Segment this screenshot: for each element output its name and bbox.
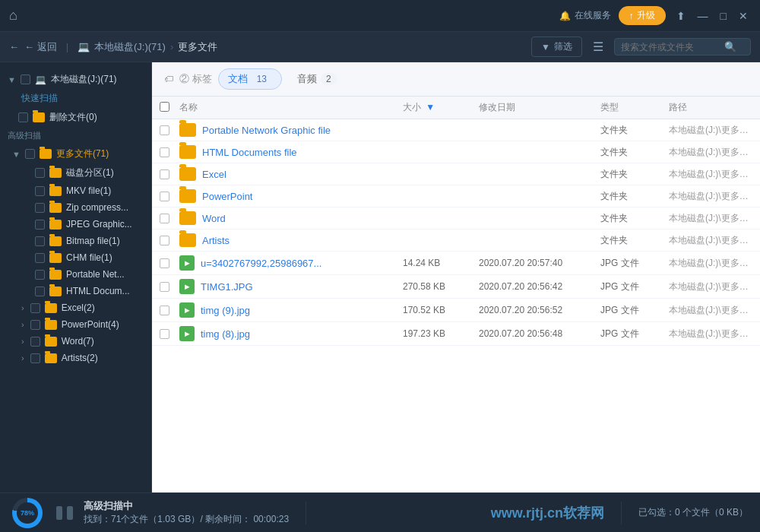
file-checkbox-9[interactable] [160, 329, 169, 339]
pause-btn-2[interactable] [67, 506, 73, 520]
upgrade-button[interactable]: 升级 [619, 6, 666, 25]
file-name-text-6: u=3402767992,25986967... [201, 258, 321, 269]
file-checkbox-5[interactable] [160, 236, 169, 245]
quick-scan-label[interactable]: 快速扫描 [0, 89, 151, 108]
col-size-header[interactable]: 大小 ▼ [403, 101, 479, 114]
home-icon[interactable]: ⌂ [9, 8, 17, 24]
minimize-button[interactable]: — [698, 10, 708, 22]
sidebar-item-8[interactable]: ›Excel(2) [0, 299, 151, 316]
deleted-checkbox[interactable] [18, 112, 28, 122]
more-files-checkbox[interactable] [25, 149, 35, 159]
file-name-8[interactable]: ▶timg (9).jpg [179, 302, 403, 318]
table-row: ▶u=3402767992,25986967...14.24 KB2020.07… [152, 252, 760, 275]
drive-checkbox[interactable] [21, 74, 30, 84]
back-button[interactable]: ← ← 返回 [9, 40, 57, 54]
item-folder-icon-1 [49, 186, 62, 196]
maximize-button[interactable]: □ [720, 10, 727, 22]
view-toggle-button[interactable]: ☰ [590, 36, 606, 57]
file-checkbox-8[interactable] [160, 306, 169, 315]
watermark: www.rjtj.cn软荐网 [491, 504, 604, 522]
file-checkbox-0[interactable] [160, 125, 169, 135]
file-type-6: JPG 文件 [600, 257, 669, 270]
audio-count-badge: 2 [321, 73, 337, 85]
pause-btn-1[interactable] [56, 506, 62, 520]
sidebar-item-9[interactable]: ›PowerPoint(4) [0, 316, 151, 333]
item-checkbox-2[interactable] [35, 203, 45, 213]
file-name-2[interactable]: Excel [179, 167, 403, 181]
sidebar-item-drive[interactable]: ▼ 💻 本地磁盘(J:)(71) [0, 70, 151, 89]
file-checkbox-3[interactable] [160, 192, 169, 201]
item-checkbox-5[interactable] [35, 253, 45, 263]
file-name-5[interactable]: Artists [179, 233, 403, 247]
item-checkbox-10[interactable] [30, 337, 40, 347]
file-folder-icon-2 [179, 167, 196, 181]
close-button[interactable]: ✕ [739, 10, 748, 22]
share-icon[interactable]: ⬆ [676, 10, 686, 22]
item-label-11: Artists(2) [62, 353, 98, 363]
sidebar-item-10[interactable]: ›Word(7) [0, 333, 151, 350]
col-date-header[interactable]: 修改日期 [479, 101, 600, 114]
file-name-7[interactable]: ▶TIMG1.JPG [179, 279, 403, 294]
item-folder-icon-3 [49, 220, 62, 230]
file-path-4: 本地磁盘(J:)\更多文... [669, 212, 752, 225]
sidebar-item-more-files[interactable]: ▼ 更多文件(71) [0, 144, 151, 163]
drive-icon: 💻 [78, 41, 90, 52]
item-label-8: Excel(2) [62, 302, 95, 313]
file-checkbox-4[interactable] [160, 214, 169, 223]
item-folder-icon-10 [45, 337, 57, 347]
col-path-header[interactable]: 路径 [669, 101, 752, 114]
file-name-text-8: timg (9).jpg [201, 305, 250, 316]
sidebar-item-4[interactable]: Bitmap file(1) [0, 233, 151, 249]
sidebar-item-11[interactable]: ›Artists(2) [0, 350, 151, 366]
item-checkbox-11[interactable] [30, 353, 40, 363]
search-icon[interactable]: 🔍 [724, 41, 736, 52]
deleted-folder-icon [33, 112, 45, 122]
sidebar-item-3[interactable]: JPEG Graphic... [0, 216, 151, 233]
sidebar-item-1[interactable]: MKV file(1) [0, 182, 151, 199]
more-files-folder-icon [40, 149, 52, 159]
status-divider [306, 502, 306, 524]
item-checkbox-4[interactable] [35, 236, 45, 246]
item-folder-icon-9 [45, 320, 57, 330]
file-path-5: 本地磁盘(J:)\更多文... [669, 234, 752, 247]
file-name-6[interactable]: ▶u=3402767992,25986967... [179, 255, 403, 271]
expand-arrow-icon: › [21, 320, 24, 329]
expand-arrow-icon: › [21, 303, 24, 312]
sidebar-item-6[interactable]: Portable Net... [0, 266, 151, 283]
item-label-3: JPEG Graphic... [66, 219, 132, 230]
sidebar-item-2[interactable]: Zip compress... [0, 199, 151, 216]
col-name-header[interactable]: 名称 [179, 101, 403, 114]
item-label-0: 磁盘分区(1) [66, 166, 114, 179]
advanced-scan-header: 高级扫描 [0, 127, 151, 144]
item-checkbox-9[interactable] [30, 320, 40, 330]
file-name-3[interactable]: PowerPoint [179, 189, 403, 203]
file-name-0[interactable]: Portable Network Graphic file [179, 123, 403, 137]
item-checkbox-0[interactable] [35, 168, 45, 178]
filter-button[interactable]: ▼ 筛选 [531, 36, 582, 57]
search-input[interactable] [621, 42, 720, 52]
file-name-4[interactable]: Word [179, 211, 403, 225]
tab-docs[interactable]: 文档 13 [218, 68, 282, 90]
file-name-text-4: Word [202, 213, 226, 224]
file-name-9[interactable]: ▶timg (8).jpg [179, 326, 403, 341]
item-checkbox-8[interactable] [30, 303, 40, 313]
item-checkbox-7[interactable] [35, 287, 45, 296]
item-checkbox-1[interactable] [35, 186, 45, 196]
sidebar-item-7[interactable]: HTML Docum... [0, 283, 151, 299]
item-checkbox-6[interactable] [35, 270, 45, 280]
sidebar-item-deleted[interactable]: 删除文件(0) [0, 108, 151, 127]
file-name-1[interactable]: HTML Documents file [179, 145, 403, 159]
right-panel: 🏷 ② 标签 文档 13 音频 2 名称 大小 ▼ 修改日期 类型 路径 [152, 62, 760, 492]
file-checkbox-6[interactable] [160, 258, 169, 268]
sidebar-item-5[interactable]: CHM file(1) [0, 249, 151, 266]
breadcrumb-separator: | [66, 41, 68, 52]
select-all-checkbox[interactable] [160, 102, 169, 112]
file-checkbox-2[interactable] [160, 169, 169, 179]
item-checkbox-3[interactable] [35, 220, 45, 230]
file-checkbox-7[interactable] [160, 282, 169, 292]
col-type-header[interactable]: 类型 [600, 101, 669, 114]
file-checkbox-1[interactable] [160, 147, 169, 157]
sidebar-item-0[interactable]: 磁盘分区(1) [0, 163, 151, 182]
tab-audio[interactable]: 音频 2 [288, 69, 346, 89]
pause-buttons[interactable] [56, 506, 73, 520]
